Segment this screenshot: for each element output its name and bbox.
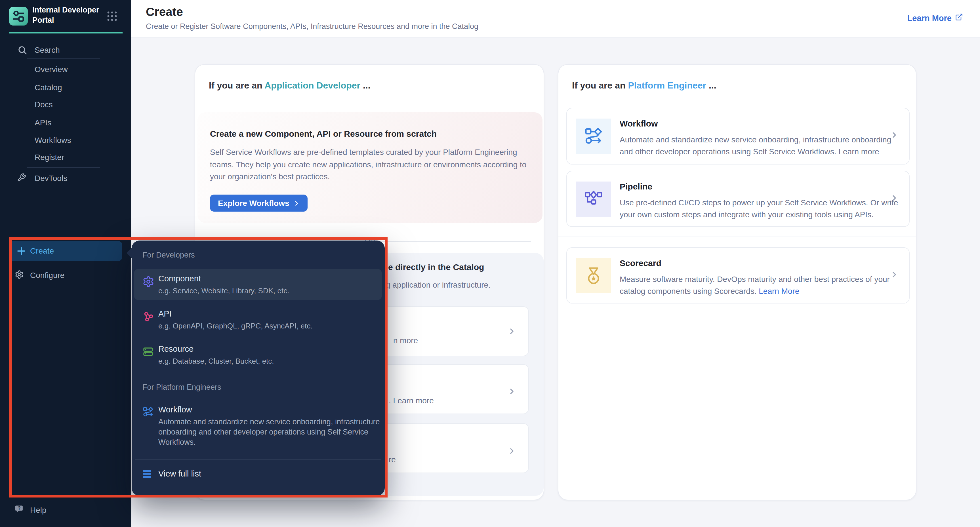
create-from-scratch-panel: Create a new Component, API or Resource … <box>197 112 542 223</box>
platform-engineer-card: If you are an Platform Engineer ... Wor <box>558 64 916 500</box>
explore-workflows-button[interactable]: Explore Workflows <box>210 195 307 211</box>
sidebar-item-catalog[interactable]: Catalog <box>35 83 62 93</box>
sidebar-item-help[interactable]: Help <box>30 505 46 514</box>
sidebar-item-apis[interactable]: APIs <box>35 118 51 128</box>
catalog-panel-heading-fragment: e directly in the Catalog <box>388 262 484 272</box>
scorecard-medal-icon <box>576 258 611 293</box>
list-icon <box>142 469 152 481</box>
chevron-right-icon <box>507 327 516 338</box>
plus-icon <box>17 247 25 257</box>
component-gear-icon <box>142 276 154 290</box>
api-item-title: API <box>158 309 172 318</box>
role-application-developer: Application Developer <box>264 81 360 90</box>
menu-item-component[interactable] <box>134 269 382 300</box>
catalog-row-text-fragment: n more <box>393 336 418 345</box>
chevron-right-icon <box>507 387 516 398</box>
resource-item-title: Resource <box>158 344 194 353</box>
pipeline-icon <box>576 181 611 217</box>
chevron-right-icon <box>293 200 300 206</box>
sidebar-item-docs[interactable]: Docs <box>35 100 53 110</box>
component-item-subtitle: e.g. Service, Website, Library, SDK, etc… <box>158 286 289 295</box>
page-header: Create Create or Register Software Compo… <box>131 0 980 37</box>
explore-workflows-label: Explore Workflows <box>218 198 290 208</box>
scorecard-row-title: Scorecard <box>620 258 661 268</box>
card-section-divider <box>558 237 917 237</box>
for-platform-engineers-section-label: For Platform Engineers <box>142 383 221 391</box>
app-title: Internal Developer Portal <box>32 5 102 25</box>
api-nodes-icon <box>142 311 154 325</box>
menu-divider <box>135 459 381 460</box>
chevron-right-icon <box>890 270 899 281</box>
sidebar-item-configure[interactable]: Configure <box>30 271 64 280</box>
sidebar-item-devtools[interactable]: DevTools <box>35 174 67 184</box>
view-full-list-label: View full list <box>158 469 201 478</box>
scorecard-row-desc: Measure software maturity. DevOps maturi… <box>620 275 890 284</box>
resource-item-subtitle: e.g. Database, Cluster, Bucket, etc. <box>158 357 274 365</box>
sidebar-accent-rule <box>9 32 123 33</box>
chevron-right-icon <box>507 446 516 458</box>
resource-stack-icon <box>142 346 154 360</box>
sidebar-item-workflows[interactable]: Workflows <box>35 136 71 146</box>
create-label: Create <box>30 246 54 255</box>
api-item-subtitle: e.g. OpenAPI, GraphQL, gRPC, AsyncAPI, e… <box>158 322 312 330</box>
application-developer-card-title: If you are an Application Developer ... <box>209 81 371 91</box>
catalog-row-text-fragment: re <box>389 455 396 464</box>
pipeline-row-desc: your own custom steps and integrate with… <box>620 210 873 219</box>
learn-more-link[interactable]: Learn More <box>907 13 963 23</box>
page-title: Create <box>146 5 183 19</box>
sidebar-divider <box>27 167 100 168</box>
catalog-row-text-fragment: . Learn more <box>389 396 434 405</box>
catalog-panel-subtitle-fragment: g application or infrastructure. <box>386 280 490 289</box>
sidebar-item-search[interactable]: Search <box>35 45 60 56</box>
learn-more-label: Learn More <box>907 13 951 22</box>
sidebar-item-overview[interactable]: Overview <box>35 65 68 75</box>
workflow-item-desc: Automate and standardize new service onb… <box>158 417 380 426</box>
pipeline-row-title: Pipeline <box>620 181 652 191</box>
workflow-item-desc: Workflows. <box>158 438 196 446</box>
external-link-icon <box>955 13 963 23</box>
svg-text:?: ? <box>18 505 21 511</box>
platform-engineer-card-title: If you are an Platform Engineer ... <box>572 81 716 91</box>
workflow-icon <box>576 119 611 154</box>
scorecard-row[interactable]: Scorecard Measure software maturity. Dev… <box>566 247 910 303</box>
help-chat-icon: ? <box>15 504 25 517</box>
role-platform-engineer: Platform Engineer <box>628 81 706 90</box>
component-item-title: Component <box>158 274 201 283</box>
sidebar-item-register[interactable]: Register <box>35 152 64 163</box>
chevron-right-icon <box>890 130 899 142</box>
app-logo-icon <box>9 7 28 25</box>
sidebar-item-create[interactable]: Create <box>10 241 122 261</box>
sidebar-divider <box>27 59 100 59</box>
app-window: Internal Developer Portal Search Overvie… <box>0 0 980 527</box>
apps-grid-icon[interactable] <box>107 11 118 24</box>
workflow-item-title: Workflow <box>158 405 192 414</box>
workflow-icon <box>142 406 154 420</box>
sidebar: Internal Developer Portal Search Overvie… <box>0 0 131 527</box>
scorecard-learn-more-link[interactable]: Learn More <box>759 286 799 295</box>
pipeline-row[interactable]: Pipeline Use pre-defined CI/CD steps to … <box>566 171 910 227</box>
scratch-panel-title: Create a new Component, API or Resource … <box>210 129 437 138</box>
workflow-row-desc: and other developer operations using Sel… <box>620 147 879 156</box>
workflow-row-title: Workflow <box>620 119 658 128</box>
scratch-panel-body: teams. They help you create new applicat… <box>210 160 526 169</box>
scratch-panel-body: Self Service Workflows are pre-defined t… <box>210 148 517 157</box>
workflow-row[interactable]: Workflow Automate and standardize new se… <box>566 108 910 165</box>
scorecard-row-desc: catalog components using Scorecards. Lea… <box>620 286 799 295</box>
gear-icon <box>15 270 24 281</box>
workflow-row-desc: Automate and standardize new service onb… <box>620 135 891 144</box>
for-developers-section-label: For Developers <box>142 251 195 259</box>
search-icon <box>18 45 27 57</box>
chevron-right-icon <box>890 194 899 205</box>
pipeline-row-desc: Use pre-defined CI/CD steps to power up … <box>620 198 898 207</box>
workflow-item-desc: onboarding and other developer operation… <box>158 428 368 436</box>
create-flyout-menu: For Developers Component e.g. Service, W… <box>132 241 385 496</box>
scratch-panel-body: your organization's best practices. <box>210 172 330 181</box>
page-subtitle: Create or Register Software Components, … <box>146 22 478 31</box>
wrench-icon <box>17 173 26 184</box>
